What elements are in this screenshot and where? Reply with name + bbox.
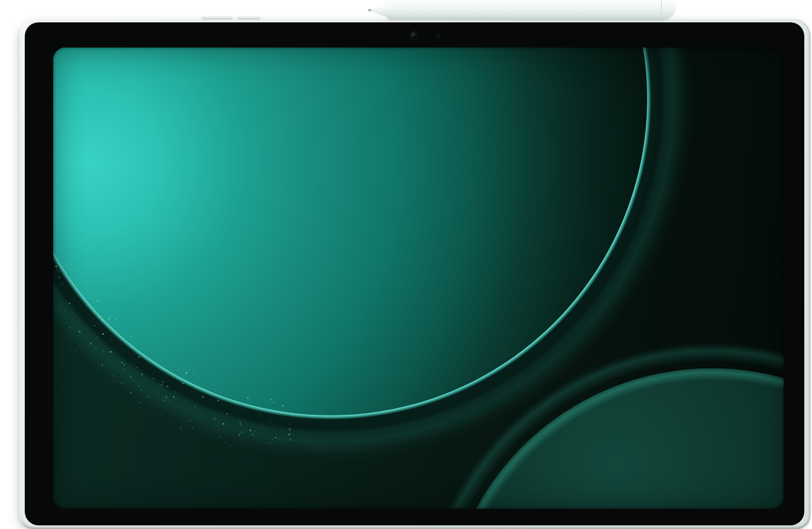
front-camera	[411, 32, 417, 39]
tablet-bezel	[25, 22, 804, 525]
stylus-cap-seam	[661, 0, 662, 17]
tablet-device	[19, 18, 810, 529]
tablet-screen	[53, 48, 784, 509]
stylus-tip	[369, 5, 390, 18]
light-sensor	[436, 34, 440, 37]
stylus-tip-point	[368, 9, 371, 11]
photo-background	[0, 0, 812, 529]
volume-button	[238, 16, 260, 19]
stylus-body	[387, 0, 675, 19]
screen-vignette	[53, 48, 784, 509]
power-button	[202, 16, 233, 19]
